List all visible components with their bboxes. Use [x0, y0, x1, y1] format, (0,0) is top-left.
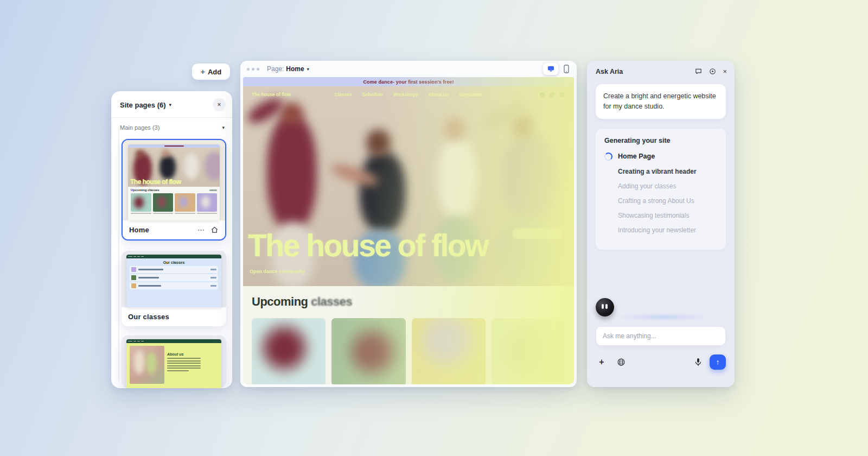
- main-pages-label: Main pages (3): [120, 124, 159, 131]
- class-card-4[interactable]: [492, 318, 565, 384]
- page-card-home-label: Home: [129, 226, 149, 234]
- hero-subtitle: Open dance community: [250, 269, 305, 274]
- social-icon-1[interactable]: [539, 91, 546, 98]
- settings-icon[interactable]: [709, 68, 716, 75]
- generating-steps: Creating a vibrant header Adding your cl…: [604, 168, 717, 234]
- gen-step-3: Crafting a strong About Us: [618, 197, 717, 205]
- generating-title: Generating your site: [604, 137, 717, 144]
- desktop-icon: [547, 66, 554, 72]
- site-pages-panel: Site pages (6) ▾ × Main pages (3) ▾ The …: [111, 91, 232, 388]
- page-card-home[interactable]: The house of flow Upcoming classes: [122, 139, 226, 240]
- glow-accent: [617, 316, 710, 318]
- social-icon-2[interactable]: [548, 91, 556, 98]
- composer-actions: + ↑: [596, 354, 726, 370]
- nav-about-us[interactable]: About Us: [429, 92, 449, 97]
- page-card-classes-label: Our classes: [128, 313, 169, 321]
- chevron-down-icon[interactable]: ▾: [222, 125, 225, 130]
- chat-history-icon[interactable]: [694, 68, 702, 75]
- close-icon[interactable]: ×: [723, 67, 727, 75]
- site-logo[interactable]: The house of flow: [252, 92, 317, 97]
- nav-classes[interactable]: Classes: [335, 92, 352, 97]
- main-pages-row[interactable]: Main pages (3) ▾: [111, 118, 232, 135]
- about-page-thumbnail: About us: [122, 335, 226, 388]
- mobile-icon: [564, 65, 569, 73]
- aria-title: Ask Aria: [596, 68, 623, 75]
- mini-upcoming-section: Upcoming classes: [128, 187, 220, 220]
- gen-step-1: Creating a vibrant header: [618, 168, 717, 175]
- mini-classes-title: Our classes: [130, 261, 218, 264]
- nav-workshops[interactable]: Workshops: [393, 92, 418, 97]
- ask-aria-panel: Ask Aria × Create a bright and energetic…: [587, 61, 735, 387]
- send-button[interactable]: ↑: [710, 354, 726, 370]
- nav-newsletter[interactable]: Newsletter: [459, 92, 482, 97]
- classes-page-thumbnail: Our classes: [122, 251, 226, 307]
- social-icons: [500, 91, 565, 98]
- scroll-rail: [118, 126, 119, 382]
- hero-title: The house of flow: [248, 227, 488, 263]
- user-message-bubble: Create a bright and energetic website fo…: [596, 84, 726, 119]
- more-options-icon[interactable]: ⋯: [197, 226, 205, 234]
- page-label-prefix: Page:: [267, 65, 284, 73]
- chevron-down-icon[interactable]: ▾: [169, 102, 172, 107]
- attach-plus-icon[interactable]: +: [596, 356, 608, 368]
- window-dots-icon: [247, 68, 259, 71]
- hero-section: The house of flow Classes Schedule Works…: [243, 86, 574, 286]
- page-selector[interactable]: Home: [286, 65, 304, 73]
- page-card-our-classes[interactable]: Our classes Our classes: [122, 251, 226, 326]
- home-icon: [210, 226, 219, 234]
- mini-section-title: Upcoming classes: [131, 188, 159, 192]
- microphone-icon[interactable]: [692, 356, 704, 368]
- social-icon-3[interactable]: [558, 91, 565, 98]
- hero-cta-button[interactable]: [512, 229, 562, 239]
- class-card-2[interactable]: [331, 318, 405, 384]
- gen-step-4: Showcasing testimonials: [618, 212, 717, 219]
- class-cards-row: [252, 318, 565, 384]
- class-card-3[interactable]: [412, 318, 486, 384]
- upcoming-classes-section: Upcoming classes: [243, 286, 574, 384]
- ask-aria-input[interactable]: [596, 326, 726, 346]
- site-preview-window: Page: Home ▾ Come dance- your first sess…: [240, 61, 577, 387]
- gen-step-5: Introducing your newsletter: [618, 226, 717, 234]
- aria-avatar: [596, 298, 614, 316]
- add-page-label: Add: [208, 68, 221, 76]
- announcement-bar[interactable]: Come dance- your first session's free!: [243, 77, 574, 86]
- announcement-text: Come dance- your first session's free!: [363, 79, 454, 85]
- mini-hero-image: The house of flow: [128, 148, 220, 187]
- site-pages-title: Site pages (6): [120, 101, 166, 109]
- desktop-view-toggle[interactable]: [543, 63, 558, 75]
- plus-icon: +: [201, 67, 205, 76]
- site-header: The house of flow Classes Schedule Works…: [243, 86, 574, 103]
- gen-step-2: Adding your classes: [618, 182, 717, 190]
- generating-card: Generating your site Home Page Creating …: [596, 129, 726, 250]
- ai-orb-icon[interactable]: [615, 356, 627, 368]
- generating-page-name: Home Page: [618, 153, 655, 160]
- add-page-button[interactable]: + Add: [192, 64, 230, 80]
- nav-schedule[interactable]: Schedule: [362, 92, 383, 97]
- progress-spinner-icon: [604, 153, 612, 161]
- site-pages-header: Site pages (6) ▾ ×: [111, 91, 232, 117]
- section-title: Upcoming classes: [252, 295, 565, 309]
- preview-toolbar: Page: Home ▾: [240, 61, 577, 77]
- mini-hero-title: The house of flow: [130, 178, 181, 186]
- mobile-view-toggle[interactable]: [561, 63, 571, 75]
- chevron-down-icon[interactable]: ▾: [307, 67, 309, 72]
- mini-about-title: About us: [167, 352, 183, 356]
- site-canvas: Come dance- your first session's free! T…: [243, 77, 574, 384]
- aria-header: Ask Aria ×: [587, 61, 735, 81]
- page-card-about-us[interactable]: About us: [122, 335, 226, 388]
- home-page-thumbnail: The house of flow Upcoming classes: [123, 140, 225, 220]
- class-card-1[interactable]: [252, 318, 326, 384]
- mini-view-all-link: [209, 189, 217, 191]
- close-panel-button[interactable]: ×: [213, 98, 226, 111]
- site-nav: Classes Schedule Workshops About Us News…: [335, 92, 483, 97]
